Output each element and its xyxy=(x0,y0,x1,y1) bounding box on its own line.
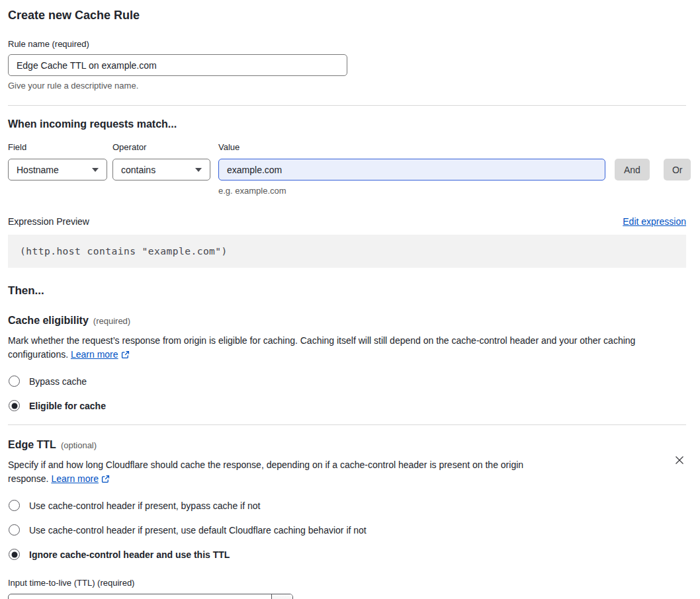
value-help: e.g. example.com xyxy=(218,186,686,196)
radio-label: Use cache-control header if present, byp… xyxy=(29,500,260,511)
close-icon[interactable] xyxy=(673,454,686,467)
radio-use-header-default[interactable]: Use cache-control header if present, use… xyxy=(8,524,686,536)
section-divider xyxy=(8,424,686,425)
rule-name-help: Give your rule a descriptive name. xyxy=(8,81,686,91)
edge-ttl-section: Edge TTL (optional) Specify if and how l… xyxy=(8,439,686,599)
ttl-select-caret-button[interactable] xyxy=(271,594,292,599)
edge-ttl-options: Use cache-control header if present, byp… xyxy=(8,500,686,560)
and-button[interactable]: And xyxy=(615,159,650,180)
expression-code: (http.host contains "example.com") xyxy=(20,246,228,257)
match-heading: When incoming requests match... xyxy=(8,118,686,130)
learn-more-label: Learn more xyxy=(51,473,99,484)
radio-label: Eligible for cache xyxy=(29,401,106,411)
edit-expression-link[interactable]: Edit expression xyxy=(623,216,686,227)
operator-select[interactable]: contains xyxy=(112,159,210,180)
operator-column: Operator contains xyxy=(112,142,210,180)
operator-select-value: contains xyxy=(121,165,155,175)
radio-label: Use cache-control header if present, use… xyxy=(29,525,367,536)
learn-more-link[interactable]: Learn more xyxy=(71,349,130,360)
radio-icon-checked[interactable] xyxy=(9,400,20,411)
value-column: Value xyxy=(218,142,605,180)
chevron-down-icon xyxy=(195,168,202,172)
field-column: Field Hostname xyxy=(8,142,107,180)
rule-name-input[interactable] xyxy=(8,54,347,76)
edge-ttl-title: Edge TTL xyxy=(8,439,56,451)
field-select-value: Hostname xyxy=(17,165,59,175)
section-divider xyxy=(8,105,686,106)
create-cache-rule-form: Create new Cache Rule Rule name (require… xyxy=(0,0,700,599)
external-link-icon xyxy=(121,350,130,359)
operator-label: Operator xyxy=(112,142,210,152)
learn-more-link[interactable]: Learn more xyxy=(51,473,110,484)
or-button[interactable]: Or xyxy=(664,159,691,180)
expression-preview-label: Expression Preview xyxy=(8,216,89,227)
radio-eligible-for-cache[interactable]: Eligible for cache xyxy=(8,400,686,411)
radio-icon[interactable] xyxy=(9,500,20,511)
radio-label: Bypass cache xyxy=(29,376,87,387)
radio-icon[interactable] xyxy=(9,524,20,536)
cache-eligibility-options: Bypass cache Eligible for cache xyxy=(8,376,686,411)
cache-eligibility-header: Cache eligibility (required) xyxy=(8,315,686,327)
edge-ttl-header: Edge TTL (optional) xyxy=(8,439,686,451)
radio-use-header-bypass[interactable]: Use cache-control header if present, byp… xyxy=(8,500,686,511)
radio-ignore-header-use-ttl[interactable]: Ignore cache-control header and use this… xyxy=(8,549,686,560)
cache-eligibility-title: Cache eligibility xyxy=(8,315,89,327)
value-input[interactable] xyxy=(218,159,605,180)
radio-bypass-cache[interactable]: Bypass cache xyxy=(8,376,686,387)
radio-icon-checked[interactable] xyxy=(9,549,20,560)
external-link-icon xyxy=(101,475,110,483)
edge-ttl-description: Specify if and how long Cloudflare shoul… xyxy=(8,458,562,486)
cache-eligibility-description: Mark whether the request’s response from… xyxy=(8,334,686,362)
field-label: Field xyxy=(8,142,107,152)
radio-label: Ignore cache-control header and use this… xyxy=(29,549,230,560)
learn-more-label: Learn more xyxy=(71,349,118,360)
ttl-select[interactable]: 1 day xyxy=(8,594,293,599)
expression-preview-block: (http.host contains "example.com") xyxy=(8,235,686,268)
radio-icon[interactable] xyxy=(9,376,20,387)
ttl-input-label: Input time-to-live (TTL) (required) xyxy=(8,578,686,588)
ttl-select-value: 1 day xyxy=(9,594,271,599)
required-badge: (required) xyxy=(93,316,130,326)
match-condition-row: Field Hostname Operator contains Value A… xyxy=(8,142,686,180)
expression-preview-header: Expression Preview Edit expression xyxy=(8,216,686,227)
then-heading: Then... xyxy=(8,284,686,298)
field-select[interactable]: Hostname xyxy=(8,159,107,180)
page-title: Create new Cache Rule xyxy=(8,9,686,22)
chevron-down-icon xyxy=(92,168,99,172)
value-label: Value xyxy=(218,142,605,152)
optional-badge: (optional) xyxy=(61,440,97,450)
rule-name-label: Rule name (required) xyxy=(8,39,686,49)
